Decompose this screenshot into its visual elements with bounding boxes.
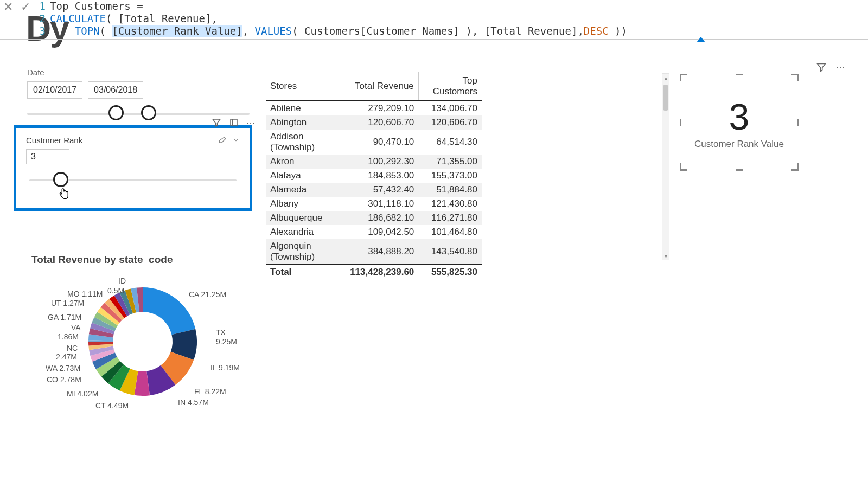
donut-label: ID xyxy=(118,277,126,285)
donut-label: 0.5M xyxy=(107,286,124,295)
selection-handles[interactable] xyxy=(681,75,797,170)
date-to-input[interactable]: 03/06/2018 xyxy=(88,81,143,99)
col-stores[interactable]: Stores xyxy=(266,72,346,101)
table-row[interactable]: Alafaya184,853.00155,373.00 xyxy=(266,169,482,183)
rank-slider-handle[interactable] xyxy=(53,172,68,187)
customer-rank-slicer[interactable]: Customer Rank 3 xyxy=(14,125,252,211)
date-slider-handle-from[interactable] xyxy=(108,105,124,120)
more-icon[interactable]: ⋯ xyxy=(835,61,846,73)
donut-label: VA xyxy=(71,323,81,332)
chevron-down-icon[interactable] xyxy=(232,136,240,144)
stores-table[interactable]: Stores Total Revenue Top Customers Abile… xyxy=(266,72,482,262)
filter-icon[interactable] xyxy=(816,62,827,73)
scroll-down-icon[interactable]: ▾ xyxy=(662,252,669,260)
donut-label: NC xyxy=(67,344,78,352)
table-total-row: Total 113,428,239.60 555,825.30 xyxy=(266,265,482,279)
more-icon[interactable]: ⋯ xyxy=(246,118,256,128)
donut-label: CO 2.78M xyxy=(47,375,81,384)
donut-label: IN 4.57M xyxy=(178,398,209,407)
col-revenue[interactable]: Total Revenue xyxy=(346,72,418,101)
focus-icon[interactable] xyxy=(229,118,239,127)
donut-label: CT 4.49M xyxy=(95,401,129,410)
customer-rank-card[interactable]: 3 Customer Rank Value xyxy=(681,75,797,170)
donut-label: 9.25M xyxy=(216,337,237,346)
table-row[interactable]: Albuquerque186,682.10116,271.80 xyxy=(266,211,482,225)
rank-slider[interactable] xyxy=(29,172,237,188)
donut-chart[interactable]: Total Revenue by state_code CA 21.25MTX9… xyxy=(31,254,265,423)
slicer-header-icons: ⋯ xyxy=(212,118,256,128)
rank-value-input[interactable]: 3 xyxy=(26,149,69,164)
rank-slicer-title: Customer Rank xyxy=(26,136,82,145)
cursor-icon xyxy=(58,187,69,204)
date-slicer[interactable]: Date 02/10/2017 03/06/2018 xyxy=(27,68,250,121)
scroll-up-icon[interactable]: ▴ xyxy=(662,74,669,81)
donut-slice-CA[interactable] xyxy=(143,287,195,335)
donut-label: CA 21.25M xyxy=(189,290,226,299)
table-row[interactable]: Algonquin (Township)384,888.20143,540.80 xyxy=(266,239,482,265)
donut-label: 2.47M xyxy=(56,352,77,361)
formula-commit-button[interactable]: ✓ xyxy=(20,1,31,13)
svg-rect-0 xyxy=(231,119,237,126)
donut-title: Total Revenue by state_code xyxy=(31,254,265,266)
table-row[interactable]: Akron100,292.3071,355.00 xyxy=(266,155,482,169)
donut-label: WA 2.73M xyxy=(46,364,80,373)
report-canvas: ⋯ Date 02/10/2017 03/06/2018 ⋯ Customer … xyxy=(0,40,868,488)
date-slicer-title: Date xyxy=(27,68,250,77)
table-row[interactable]: Addison (Township)90,470.1064,514.30 xyxy=(266,130,482,155)
date-slider-handle-to[interactable] xyxy=(141,105,156,120)
donut-label: MI 4.02M xyxy=(67,389,98,398)
table-scrollbar[interactable]: ▴ ▾ xyxy=(662,73,669,260)
formula-cancel-button[interactable]: ✕ xyxy=(2,1,14,13)
date-from-input[interactable]: 02/10/2017 xyxy=(27,81,82,99)
table-row[interactable]: Alameda57,432.4051,884.80 xyxy=(266,183,482,197)
table-row[interactable]: Abington120,606.70120,606.70 xyxy=(266,115,482,130)
visual-header: ⋯ xyxy=(816,61,846,73)
table-row[interactable]: Abilene279,209.10134,006.70 xyxy=(266,101,482,115)
donut-label: 1.86M xyxy=(58,332,79,341)
filter-icon[interactable] xyxy=(212,118,221,127)
eraser-icon[interactable] xyxy=(218,136,227,145)
dropdown-arrow-icon[interactable] xyxy=(697,37,705,42)
donut-label: GA 1.71M xyxy=(48,313,81,322)
donut-label: FL 8.22M xyxy=(194,387,226,396)
formula-editor[interactable]: 1Top Customers = 2CALCULATE( [Total Reve… xyxy=(34,0,868,37)
table-row[interactable]: Albany301,118.10121,430.80 xyxy=(266,197,482,211)
col-top-customers[interactable]: Top Customers xyxy=(418,72,482,101)
highlighted-reference: [Customer Rank Value] xyxy=(112,25,242,37)
donut-label: MO 1.11M xyxy=(67,290,103,298)
formula-bar: ✕ ✓ 1Top Customers = 2CALCULATE( [Total … xyxy=(0,0,868,40)
donut-label: UT 1.27M xyxy=(51,299,84,307)
donut-label: IL 9.19M xyxy=(210,363,240,372)
donut-label: TX xyxy=(216,328,226,337)
scroll-thumb[interactable] xyxy=(663,85,668,111)
table-row[interactable]: Alexandria109,042.50101,464.80 xyxy=(266,225,482,239)
